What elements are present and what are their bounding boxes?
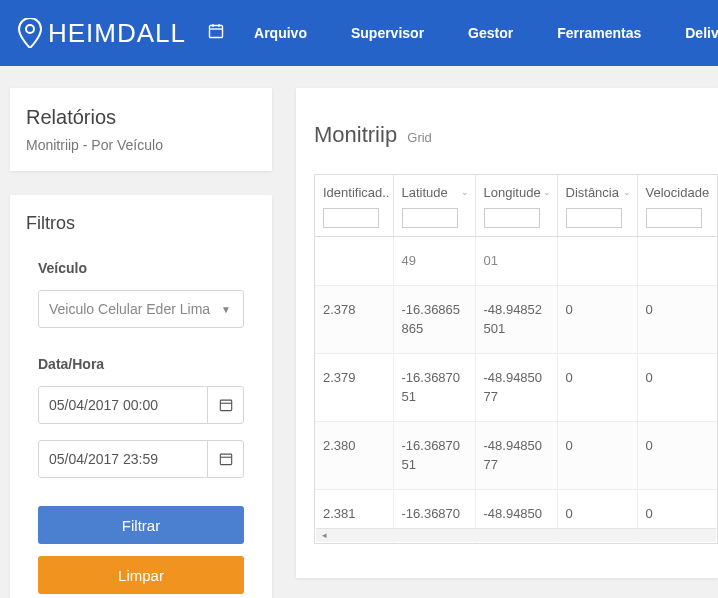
sort-icon: ⌄	[461, 187, 469, 197]
filter-lat[interactable]	[402, 208, 458, 228]
vehicle-select[interactable]: Veiculo Celular Eder Lima ▼	[38, 290, 244, 328]
sidebar: Relatórios Monitriip - Por Veículo Filtr…	[0, 88, 272, 598]
filter-dist[interactable]	[566, 208, 622, 228]
calendar-icon[interactable]	[207, 441, 243, 477]
filter-row	[315, 206, 717, 237]
cell-id: 2.380	[315, 421, 393, 489]
date-from-field[interactable]	[49, 397, 233, 413]
cell-vel: 0	[637, 285, 717, 353]
table-row[interactable]: 2.379-16.3687051-48.948507700	[315, 353, 717, 421]
report-section-subtitle: Monitriip - Por Veículo	[26, 137, 256, 153]
cell-lon: -48.94852501	[475, 285, 557, 353]
svg-rect-5	[220, 400, 231, 411]
partial-row-top: 49 01	[315, 237, 717, 286]
cell-vel: 0	[637, 421, 717, 489]
filters-title: Filtros	[26, 213, 256, 234]
date-from-input[interactable]	[38, 386, 244, 424]
report-section-title: Relatórios	[26, 106, 256, 129]
report-title: Monitriip Grid	[314, 122, 718, 148]
app-name: HEIMDALL	[48, 18, 186, 49]
svg-point-0	[26, 25, 34, 33]
data-grid: Identificad.. Latitude⌄ Longitude⌄ Distâ…	[314, 174, 718, 544]
sort-icon: ⌄	[543, 187, 551, 197]
col-longitude[interactable]: Longitude⌄	[475, 175, 557, 206]
nav-delivery[interactable]: Delivery	[663, 25, 718, 41]
table-row[interactable]: 2.380-16.3687051-48.948507700	[315, 421, 717, 489]
filter-lon[interactable]	[484, 208, 540, 228]
cell-dist: 0	[557, 285, 637, 353]
clear-button[interactable]: Limpar	[38, 556, 244, 594]
table-row[interactable]: 2.378-16.36865865-48.9485250100	[315, 285, 717, 353]
pin-icon	[18, 18, 42, 48]
date-to-field[interactable]	[49, 451, 233, 467]
date-to-input[interactable]	[38, 440, 244, 478]
col-velocidade[interactable]: Velocidade⌄	[637, 175, 717, 206]
report-subtitle: Grid	[407, 130, 432, 145]
filter-button[interactable]: Filtrar	[38, 506, 244, 544]
top-bar: HEIMDALL Arquivo Supervisor Gestor Ferra…	[0, 0, 718, 66]
col-latitude[interactable]: Latitude⌄	[393, 175, 475, 206]
nav-supervisor[interactable]: Supervisor	[329, 25, 446, 41]
cell-lat: -16.3687051	[393, 353, 475, 421]
filter-vel[interactable]	[646, 208, 702, 228]
cell-lat: -16.36865865	[393, 285, 475, 353]
sort-icon: ⌄	[623, 187, 631, 197]
col-distancia[interactable]: Distância⌄	[557, 175, 637, 206]
header-row: Identificad.. Latitude⌄ Longitude⌄ Distâ…	[315, 175, 717, 206]
nav-ferramentas[interactable]: Ferramentas	[535, 25, 663, 41]
chevron-down-icon: ▼	[221, 304, 231, 315]
cell-vel: 0	[637, 353, 717, 421]
calendar-icon[interactable]	[208, 23, 224, 43]
filters-card: Filtros Veículo Veiculo Celular Eder Lim…	[10, 195, 272, 598]
nav-gestor[interactable]: Gestor	[446, 25, 535, 41]
cell-dist: 0	[557, 353, 637, 421]
svg-rect-7	[220, 454, 231, 465]
col-identificador[interactable]: Identificad..	[315, 175, 393, 206]
calendar-icon[interactable]	[207, 387, 243, 423]
vehicle-label: Veículo	[38, 260, 244, 276]
cell-dist: 0	[557, 421, 637, 489]
vehicle-value: Veiculo Celular Eder Lima	[49, 301, 210, 317]
filter-id[interactable]	[323, 208, 379, 228]
report-panel: Monitriip Grid Identificad.. Latitude⌄ L…	[296, 88, 718, 578]
cell-lon: -48.9485077	[475, 421, 557, 489]
nav-arquivo[interactable]: Arquivo	[254, 25, 329, 41]
cell-id: 2.379	[315, 353, 393, 421]
cell-lat: -16.3687051	[393, 421, 475, 489]
app-logo[interactable]: HEIMDALL	[18, 18, 186, 49]
sort-icon: ⌄	[703, 187, 711, 197]
report-title-text: Monitriip	[314, 122, 397, 147]
svg-rect-1	[210, 26, 223, 38]
datetime-label: Data/Hora	[38, 356, 244, 372]
cell-lon: -48.9485077	[475, 353, 557, 421]
report-info-card: Relatórios Monitriip - Por Veículo	[10, 88, 272, 171]
main-nav: Arquivo Supervisor Gestor Ferramentas De…	[254, 25, 718, 41]
cell-id: 2.378	[315, 285, 393, 353]
horizontal-scrollbar[interactable]: ◂	[316, 528, 716, 542]
